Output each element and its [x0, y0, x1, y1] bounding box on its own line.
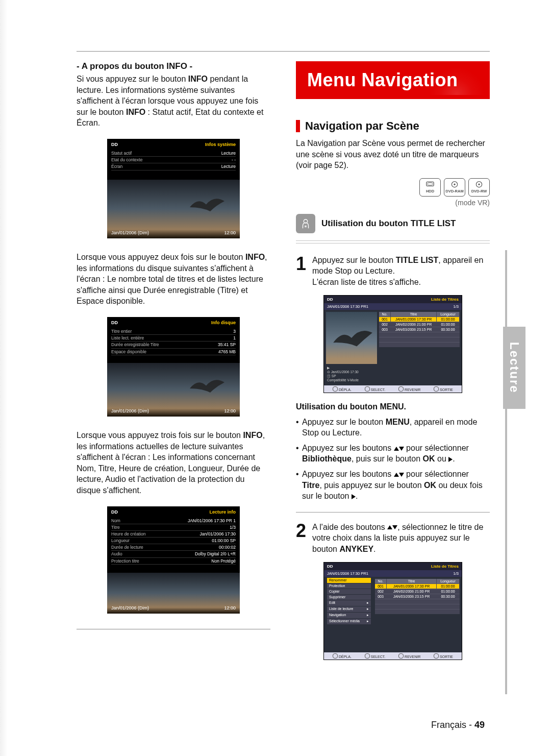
context-menu: Renommer Protection Copier Supprimer Edi…: [327, 578, 371, 625]
info-sp: SP: [332, 374, 336, 378]
down-icon: [399, 447, 404, 451]
osd-bottom-left: Jan/01/2006 (Dim): [111, 605, 149, 611]
right-icon: [448, 457, 453, 462]
top-rule: [77, 51, 490, 52]
step-body: Appuyez sur le bouton TITLE LIST, appare…: [312, 255, 490, 288]
info-time: Jan/01/2006 17:30: [331, 370, 359, 374]
down-icon: [399, 473, 404, 477]
footer-select: SELECT.: [365, 386, 385, 392]
supported-discs: HDD DVD-RAM DVD-RW: [296, 178, 490, 197]
bird-icon: [328, 314, 375, 361]
right-icon: [352, 494, 356, 499]
disc-label: DVD-RAM: [445, 189, 463, 193]
ctx-item: Sélectionner média: [329, 619, 360, 623]
td: 01:00:00: [437, 322, 460, 327]
td: 002: [375, 589, 387, 594]
title-list-figure-2: DDListe de Titres JAN/01/2006 17:30 PR11…: [323, 562, 462, 660]
ctx-item: Renommer: [329, 578, 347, 582]
row-value: Lecture: [221, 164, 236, 169]
text-bold: TITLE LIST: [396, 256, 439, 264]
osd-rows: NomJAN/01/2006 17:30 PR 1 Titre1/3 Heure…: [111, 518, 236, 565]
side-tab-lecture: Lecture: [503, 327, 525, 409]
preview-info: ▶ ⊙ Jan/01/2006 17:30 ◫ SP Compatibilité…: [327, 366, 359, 382]
svg-point-5: [478, 184, 480, 185]
td: [391, 332, 437, 337]
row-label: Etat du contexte: [111, 157, 142, 162]
th-no: No.: [375, 579, 387, 583]
td: [379, 343, 391, 347]
submenu-arrow-icon: ▸: [367, 607, 369, 611]
row-label: Titre: [111, 525, 120, 530]
text-bold: MENU: [386, 418, 410, 426]
thin-divider: [296, 512, 490, 513]
ctx-item: Protection: [329, 584, 345, 588]
text-bold: INFO: [126, 108, 145, 116]
text: , puis sur le bouton: [352, 454, 423, 463]
submenu-arrow-icon: ▸: [367, 619, 369, 623]
text-bold: OK: [424, 481, 436, 490]
osd-bottom-right: 12:00: [224, 408, 236, 413]
row-label: Écran: [111, 164, 122, 169]
row-label: Nom: [111, 518, 120, 523]
row-label: Longueur: [111, 538, 130, 543]
sub-left: JAN/01/2006 17:30 PR1: [327, 304, 368, 309]
text: pour sélectionner: [404, 470, 469, 478]
step-number: 1: [296, 255, 306, 288]
text: Si vous appuyez sur le bouton: [77, 75, 188, 83]
row-value: 01:00:00 SP: [212, 538, 236, 543]
ctx-item: Supprimer: [329, 595, 345, 599]
footer-return: REVENIR: [398, 653, 420, 659]
row-label: Protection titre: [111, 558, 139, 564]
osd-bottom-right: 12:00: [224, 230, 236, 235]
td: [387, 609, 437, 614]
td: [437, 599, 460, 604]
td: [387, 604, 437, 609]
up-icon: [387, 525, 392, 529]
bullet-2: Appuyez sur les boutons pour sélectionne…: [296, 443, 490, 465]
row-value: 3: [233, 329, 236, 334]
step-2: 2 A l'aide des boutons , sélectionnez le…: [296, 522, 490, 555]
td: 003: [379, 327, 391, 332]
page-number: 49: [474, 720, 485, 730]
osd-bottom-right: 12:00: [224, 605, 236, 611]
row-label: Audio: [111, 551, 122, 556]
submenu-arrow-icon: ▸: [367, 613, 369, 617]
osd-top-right: Lecture info: [209, 509, 236, 515]
menu-steps-bullets: Appuyez sur le bouton MENU, appareil en …: [296, 417, 490, 502]
info-paragraph-2: Lorsque vous appuyez deux fois sur le bo…: [77, 252, 270, 307]
td: [437, 343, 460, 347]
row-value: - -: [232, 157, 236, 162]
td: JAN/03/2006 23:15 PR: [391, 327, 437, 332]
hdr-right: Liste de Titres: [431, 564, 459, 569]
row-value: 4765 MB: [218, 349, 236, 354]
text-bold: Titre: [302, 481, 319, 490]
preview-thumb: [326, 312, 377, 364]
up-icon: [394, 473, 399, 477]
submenu-arrow-icon: ▸: [367, 601, 369, 605]
osd-bottom-left: Jan/01/2006 (Dim): [111, 230, 149, 235]
text-bold: Bibliothèque: [302, 454, 352, 463]
sub-left: JAN/01/2006 17:30 PR1: [327, 571, 368, 576]
title-list-figure-1: DDListe de Titres JAN/01/2006 17:30 PR11…: [323, 295, 462, 393]
osd-footer: DÉPLA. SELECT. REVENIR SORTIE: [324, 652, 462, 660]
side-tab-line: [505, 250, 507, 694]
footer-move: DÉPLA.: [333, 386, 352, 392]
info-button-heading: - A propos du bouton INFO -: [77, 61, 270, 71]
td: [437, 609, 460, 614]
chapter-header: Menu Navigation: [296, 61, 490, 99]
step-1: 1 Appuyez sur le bouton TITLE LIST, appa…: [296, 255, 490, 288]
th-no: No.: [379, 312, 391, 316]
osd-rows: Statut actifLecture Etat du contexte- - …: [111, 150, 236, 170]
td: [379, 337, 391, 342]
dvd-ram-icon: DVD-RAM: [444, 178, 465, 197]
title-table: No.TitreLongueur 001JAN/01/2006 17:30 PR…: [379, 312, 460, 364]
dvd-rw-icon: DVD-RW: [468, 178, 490, 197]
text: , puis appuyez sur le bouton: [319, 481, 424, 490]
footer-exit: SORTIE: [434, 653, 453, 659]
row-label: Espace disponible: [111, 349, 146, 354]
sub-right: 1/3: [454, 571, 459, 576]
osd-top-left: DD: [111, 509, 118, 515]
osd-playback-info-figure: DD Lecture info NomJAN/01/2006 17:30 PR …: [107, 506, 240, 614]
page-footer: Français - 49: [431, 720, 485, 730]
bullet-3: Appuyez sur les boutons pour sélectionne…: [296, 469, 490, 502]
